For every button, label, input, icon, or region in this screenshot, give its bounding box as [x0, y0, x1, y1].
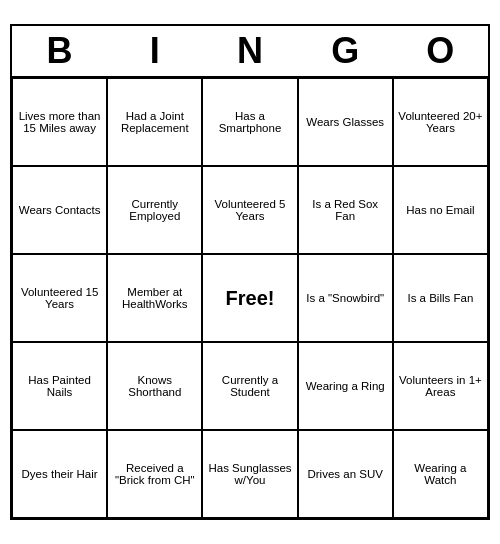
- bingo-cell-r5c4[interactable]: Drives an SUV: [298, 430, 393, 518]
- bingo-cell-r3c2[interactable]: Member at HealthWorks: [107, 254, 202, 342]
- bingo-letter-G: G: [320, 30, 370, 72]
- bingo-cell-r4c3[interactable]: Currently a Student: [202, 342, 297, 430]
- bingo-cell-r5c3[interactable]: Has Sunglasses w/You: [202, 430, 297, 518]
- bingo-cell-r2c4[interactable]: Is a Red Sox Fan: [298, 166, 393, 254]
- bingo-cell-r4c5[interactable]: Volunteers in 1+ Areas: [393, 342, 488, 430]
- bingo-cell-r4c1[interactable]: Has Painted Nails: [12, 342, 107, 430]
- bingo-cell-r4c4[interactable]: Wearing a Ring: [298, 342, 393, 430]
- bingo-letter-N: N: [225, 30, 275, 72]
- bingo-cell-r2c3[interactable]: Volunteered 5 Years: [202, 166, 297, 254]
- bingo-cell-r3c3[interactable]: Free!: [202, 254, 297, 342]
- bingo-cell-r5c5[interactable]: Wearing a Watch: [393, 430, 488, 518]
- bingo-grid: Lives more than 15 Miles awayHad a Joint…: [12, 78, 488, 518]
- bingo-cell-r4c2[interactable]: Knows Shorthand: [107, 342, 202, 430]
- bingo-card: BINGO Lives more than 15 Miles awayHad a…: [10, 24, 490, 520]
- bingo-letter-O: O: [415, 30, 465, 72]
- bingo-cell-r1c4[interactable]: Wears Glasses: [298, 78, 393, 166]
- bingo-cell-r5c1[interactable]: Dyes their Hair: [12, 430, 107, 518]
- bingo-cell-r5c2[interactable]: Received a "Brick from CH": [107, 430, 202, 518]
- bingo-cell-r1c5[interactable]: Volunteered 20+ Years: [393, 78, 488, 166]
- bingo-cell-r2c5[interactable]: Has no Email: [393, 166, 488, 254]
- bingo-cell-r3c5[interactable]: Is a Bills Fan: [393, 254, 488, 342]
- bingo-title: BINGO: [12, 26, 488, 78]
- bingo-cell-r3c4[interactable]: Is a "Snowbird": [298, 254, 393, 342]
- bingo-cell-r2c2[interactable]: Currently Employed: [107, 166, 202, 254]
- bingo-cell-r1c1[interactable]: Lives more than 15 Miles away: [12, 78, 107, 166]
- bingo-letter-B: B: [35, 30, 85, 72]
- bingo-cell-r2c1[interactable]: Wears Contacts: [12, 166, 107, 254]
- bingo-cell-r1c3[interactable]: Has a Smartphone: [202, 78, 297, 166]
- bingo-cell-r3c1[interactable]: Volunteered 15 Years: [12, 254, 107, 342]
- bingo-cell-r1c2[interactable]: Had a Joint Replacement: [107, 78, 202, 166]
- bingo-letter-I: I: [130, 30, 180, 72]
